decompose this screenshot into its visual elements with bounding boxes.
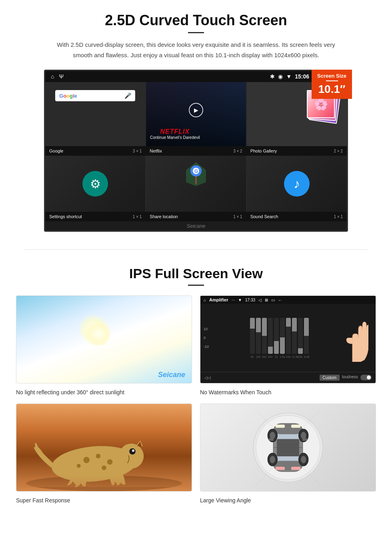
eq-bar-track-3 [262,318,267,354]
app-cell-sound-search[interactable] [247,156,347,212]
dust-effect [16,475,192,487]
sun-glow [78,313,110,345]
gear-icon [90,177,101,191]
eq-bar-label-1: 60 [250,355,255,358]
card-cheetah: Super Fast Response [16,403,192,504]
settings-label: Settings shortcut [49,214,82,219]
app-cell-share-location[interactable]: G [146,156,246,212]
eq-bar-5 [274,318,279,354]
home-icon [51,73,54,80]
sky-bg [16,296,192,383]
eq-label-10: 10 [204,327,214,331]
app-cell-netflix[interactable]: ▶ NETFLIX Continue Marvel's Daredevil [146,82,246,146]
app-labels-row2: Settings shortcut 1 × 1 Share location 1… [45,212,347,221]
google-size: 3 × 1 [133,149,142,153]
eq-bar-track-6 [280,318,285,354]
eq-bar-label-3: 200 [262,355,267,358]
app-label-netflix: Netflix 3 × 2 [146,149,246,153]
eq-left-labels: 10 0 -10 [204,327,216,349]
app-label-settings: Settings shortcut 1 × 1 [45,214,146,219]
eq-time: 17:33 [245,298,255,302]
title-underline [188,32,204,33]
app-label-share: Share location 1 × 1 [146,214,246,219]
image-grid: Seicane No light reflecting under 360° d… [16,295,376,504]
eq-bar-track-7 [286,318,291,354]
location-icon [278,73,283,80]
eq-bar-track-4 [268,318,273,354]
svg-point-14 [132,450,134,452]
svg-point-11 [102,466,106,470]
section-ips-screen: IPS Full Screen View Seicane No light re… [0,258,392,516]
svg-point-9 [107,459,113,465]
caption-car: Large Viewing Angle [200,497,376,504]
eq-vol: ◁ [258,298,262,302]
screen-size-badge: Screen Size 10.1″ [312,70,352,99]
wifi-icon [286,73,292,80]
google-logo: Google [59,93,77,99]
eq-loudness-toggle[interactable] [360,375,372,380]
badge-size: 10.1″ [317,83,346,96]
eq-bar-label-9: 15k [298,355,303,358]
eq-bar-3 [262,318,267,354]
image-equalizer: ⌂ Amplifier ··· ▼ 17:33 ◁ ⊠ ▭ ← 10 0 [200,295,376,383]
eq-dots: ··· [232,298,235,302]
toggle-knob [367,375,371,379]
svg-rect-37 [291,425,300,428]
eq-loudness-label: loudness [342,375,358,381]
usb-icon [59,73,64,80]
caption-equalizer: No Watermarks When Touch [200,389,376,395]
section1-description: With 2.5D curved-display screen, this de… [56,40,336,60]
eq-nav-left[interactable]: ◁◁ [204,375,211,380]
caption-cheetah: Super Fast Response [16,497,192,504]
seicane-watermark-img: Seicane [158,371,185,379]
eq-win: ▭ [271,298,275,302]
caption-sunlight: No light reflecting under 360° direct su… [16,389,192,395]
play-button[interactable]: ▶ [189,103,203,117]
eq-bar-track-1 [250,318,255,354]
eq-home-icon: ⌂ [204,298,206,302]
eq-fill-6 [280,337,285,354]
eq-fill-3 [262,318,267,336]
eq-bar-8 [292,318,297,354]
app-label-sound: Sound Search 1 × 1 [246,214,347,219]
app-labels-row1: Google 3 × 1 Netflix 3 × 2 Photo Gallery… [45,146,347,156]
eq-bar-track-2 [256,318,261,354]
svg-point-8 [96,454,101,459]
eq-bar-7 [286,318,291,354]
eq-bottom-controls: Custom loudness [320,375,372,381]
eq-app-title: Amplifier [209,297,228,302]
svg-rect-38 [276,467,285,470]
google-search-bar[interactable]: Google 🎤 [55,90,135,101]
eq-bar-4 [268,318,273,354]
svg-point-7 [83,457,90,463]
eq-back: ← [278,298,282,302]
eq-bar-track-9 [298,318,303,354]
app-cell-settings[interactable] [45,156,145,212]
eq-bar-10 [304,318,309,354]
eq-bar-track-8 [292,318,297,354]
google-label: Google [49,149,63,153]
google-mic-icon[interactable]: 🎤 [124,92,131,99]
eq-bars [250,318,309,354]
share-label: Share location [150,214,178,219]
image-sunlight: Seicane [16,295,192,383]
eq-custom-btn[interactable]: Custom [320,375,340,381]
device-screen: 15:06 Google 🎤 [44,70,348,232]
svg-rect-36 [276,425,285,428]
eq-bottom-bar: ◁◁ Custom loudness [200,372,376,383]
app-cell-google[interactable]: Google 🎤 [45,82,145,146]
eq-close: ⊠ [265,298,268,302]
svg-point-28 [301,432,306,440]
eq-bar-label-2: 100 [256,355,261,358]
netflix-logo-text: NETFLIX [150,128,200,135]
svg-point-12 [119,444,144,468]
app-label-google: Google 3 × 1 [45,149,146,153]
section1-title: 2.5D Curved Touch Screen [24,12,368,29]
netflix-subtitle: Continue Marvel's Daredevil [150,135,200,140]
badge-label: Screen Size [317,73,346,79]
eq-fill-7 [286,318,291,327]
card-sunlight: Seicane No light reflecting under 360° d… [16,295,192,395]
section2-title: IPS Full Screen View [16,266,376,281]
card-equalizer: ⌂ Amplifier ··· ▼ 17:33 ◁ ⊠ ▭ ← 10 0 [200,295,376,395]
svg-point-30 [270,456,275,464]
